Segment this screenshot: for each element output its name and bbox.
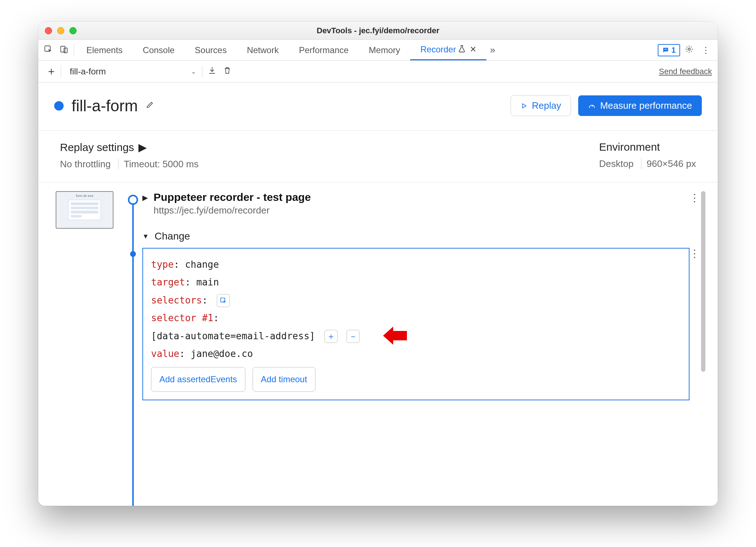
- value-key: value: [151, 348, 179, 359]
- scrollbar[interactable]: [700, 191, 707, 506]
- change-step-header[interactable]: ▼ Change: [142, 231, 690, 242]
- target-value[interactable]: main: [196, 277, 219, 288]
- new-recording-button[interactable]: ＋: [44, 64, 59, 79]
- inspect-element-icon[interactable]: [43, 45, 53, 56]
- tab-recorder-label: Recorder: [420, 44, 456, 55]
- recording-title: fill-a-form: [72, 97, 138, 115]
- measure-performance-button[interactable]: Measure performance: [578, 95, 702, 116]
- remove-selector-button[interactable]: －: [347, 330, 360, 343]
- environment-heading: Environment: [599, 141, 696, 153]
- send-feedback-link[interactable]: Send feedback: [659, 67, 712, 76]
- chevron-right-icon: ▶: [138, 141, 147, 154]
- tab-sources[interactable]: Sources: [185, 40, 237, 60]
- value-value[interactable]: jane@doe.co: [191, 348, 253, 359]
- change-step-panel: type: change target: main selectors: sel…: [142, 248, 690, 400]
- element-picker-button[interactable]: [217, 294, 230, 307]
- step-menu-icon[interactable]: ⋮: [690, 192, 700, 204]
- steps-area: form de tout ⋮ ▶ Puppeteer recorder - te…: [38, 182, 718, 506]
- device-toggle-icon[interactable]: [59, 45, 69, 56]
- recording-dropdown-value: fill-a-form: [70, 66, 106, 77]
- divider: [61, 65, 61, 78]
- type-value[interactable]: change: [185, 259, 219, 270]
- gauge-icon: [588, 102, 596, 110]
- devtools-tabstrip: Elements Console Sources Network Perform…: [38, 40, 718, 61]
- recording-status-dot: [54, 101, 64, 111]
- replay-settings-heading[interactable]: Replay settings ▶: [60, 141, 199, 154]
- timeline-start-node: [128, 195, 138, 205]
- selector-index-label: selector #1: [151, 313, 213, 323]
- chevron-down-icon: ▼: [142, 233, 149, 240]
- initial-step-url: https://jec.fyi/demo/recorder: [154, 205, 311, 216]
- replay-button[interactable]: Replay: [511, 95, 571, 116]
- issues-count: 1: [671, 46, 676, 55]
- delete-icon[interactable]: [220, 66, 235, 77]
- throttling-value: No throttling: [60, 159, 111, 169]
- chevron-down-icon: ⌄: [191, 68, 196, 76]
- settings-icon[interactable]: [684, 45, 695, 56]
- page-thumbnail[interactable]: form de tout: [56, 191, 113, 229]
- recorder-toolbar: ＋ fill-a-form ⌄ Send feedback: [38, 61, 718, 82]
- svg-point-4: [688, 48, 690, 50]
- change-step-label: Change: [155, 231, 190, 242]
- type-key: type: [151, 259, 174, 270]
- divider: [202, 65, 202, 78]
- timeline: [124, 191, 142, 506]
- svg-rect-1: [61, 46, 65, 52]
- tab-console[interactable]: Console: [133, 40, 185, 60]
- recording-header: fill-a-form Replay Measure performance: [38, 82, 718, 131]
- window-title: DevTools - jec.fyi/demo/recorder: [38, 26, 718, 35]
- annotation-arrow: [382, 327, 408, 345]
- device-value: Desktop: [599, 158, 633, 169]
- add-asserted-events-button[interactable]: Add assertedEvents: [151, 367, 245, 392]
- kebab-menu-icon[interactable]: ⋮: [700, 45, 711, 55]
- tab-recorder[interactable]: Recorder ✕: [410, 40, 486, 60]
- svg-rect-3: [664, 49, 667, 49]
- issues-badge[interactable]: 1: [658, 44, 680, 56]
- tab-memory[interactable]: Memory: [359, 40, 411, 60]
- play-icon: [520, 102, 528, 109]
- replay-button-label: Replay: [532, 100, 561, 111]
- selector-value[interactable]: [data-automate=email-address]: [151, 331, 315, 341]
- settings-strip: Replay settings ▶ No throttling Timeout:…: [38, 131, 718, 182]
- titlebar: DevTools - jec.fyi/demo/recorder: [38, 22, 718, 40]
- experiment-icon: [458, 44, 466, 55]
- recording-dropdown[interactable]: fill-a-form ⌄: [66, 65, 200, 78]
- tab-network[interactable]: Network: [237, 40, 289, 60]
- step-menu-icon[interactable]: ⋮: [690, 247, 700, 259]
- initial-step-title: Puppeteer recorder - test page: [154, 191, 311, 203]
- timeline-step-node: [130, 251, 136, 257]
- export-icon[interactable]: [205, 66, 220, 77]
- devtools-window: DevTools - jec.fyi/demo/recorder Element…: [38, 22, 718, 506]
- target-key: target: [151, 277, 185, 288]
- edit-title-icon[interactable]: [146, 100, 154, 112]
- viewport-value: 960×546 px: [647, 158, 696, 169]
- close-tab-icon[interactable]: ✕: [470, 45, 476, 54]
- selectors-key: selectors: [151, 295, 202, 306]
- message-icon: [662, 47, 669, 54]
- add-timeout-button[interactable]: Add timeout: [253, 367, 315, 392]
- add-selector-button[interactable]: ＋: [325, 330, 338, 343]
- scrollbar-thumb[interactable]: [701, 191, 705, 372]
- measure-performance-label: Measure performance: [600, 100, 692, 111]
- chevron-right-icon: ▶: [142, 193, 148, 202]
- tab-performance[interactable]: Performance: [289, 40, 358, 60]
- more-tabs-icon[interactable]: »: [486, 44, 497, 56]
- timeout-value: Timeout: 5000 ms: [124, 159, 198, 169]
- initial-step[interactable]: ▶ Puppeteer recorder - test page https:/…: [142, 191, 690, 216]
- tab-elements[interactable]: Elements: [76, 40, 133, 60]
